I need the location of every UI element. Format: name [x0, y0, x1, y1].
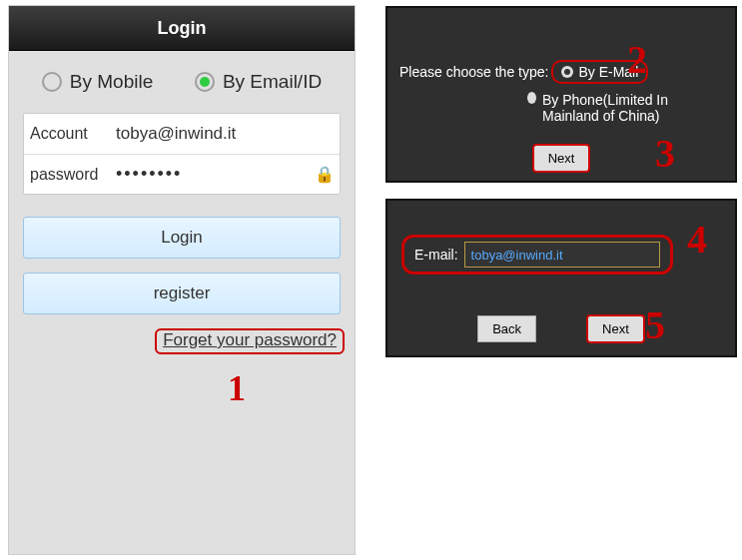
login-mode-tabs: By Mobile By Email/ID	[9, 51, 355, 113]
password-input[interactable]: ••••••••	[106, 164, 310, 185]
tab-by-email[interactable]: By Email/ID	[195, 71, 322, 93]
account-label: Account	[24, 125, 106, 143]
next-button[interactable]: Next	[532, 144, 591, 173]
login-button[interactable]: Login	[23, 217, 341, 259]
page-title: Login	[9, 6, 355, 51]
radio-icon	[561, 66, 573, 78]
email-input[interactable]	[464, 242, 660, 268]
radio-icon	[42, 72, 62, 92]
back-button[interactable]: Back	[477, 315, 536, 342]
choose-type-label: Please choose the type:	[399, 64, 548, 80]
lock-icon: 🔒	[310, 165, 340, 184]
account-row: Account tobya@inwind.it	[24, 114, 340, 154]
annotation-1: 1	[228, 367, 246, 409]
annotation-3: 3	[655, 130, 675, 177]
radio-icon	[527, 92, 536, 104]
option-by-phone[interactable]: By Phone(Limited In Mainland of China)	[542, 92, 727, 124]
forgot-password-link[interactable]: Forget your password?	[155, 328, 345, 354]
next-button[interactable]: Next	[586, 314, 645, 343]
tab-by-mobile[interactable]: By Mobile	[42, 71, 153, 93]
button-bar: Login register	[23, 217, 341, 314]
annotation-5: 5	[645, 301, 665, 348]
tab-label: By Email/ID	[223, 71, 322, 93]
credentials-form: Account tobya@inwind.it password •••••••…	[23, 113, 341, 195]
tab-label: By Mobile	[70, 71, 153, 93]
annotation-2: 2	[627, 36, 647, 83]
password-row: password •••••••• 🔒	[24, 154, 340, 194]
choose-type-panel: Please choose the type: By E-Mail By Pho…	[385, 6, 737, 183]
account-input[interactable]: tobya@inwind.it	[106, 124, 340, 144]
radio-icon	[195, 72, 215, 92]
email-field-wrap: E-mail:	[401, 235, 673, 275]
annotation-4: 4	[687, 216, 707, 263]
email-label: E-mail:	[414, 247, 458, 263]
enter-email-panel: E-mail: Back Next	[385, 199, 737, 357]
password-label: password	[24, 166, 106, 184]
register-button[interactable]: register	[23, 273, 341, 314]
login-screen: Login By Mobile By Email/ID Account toby…	[8, 5, 356, 555]
